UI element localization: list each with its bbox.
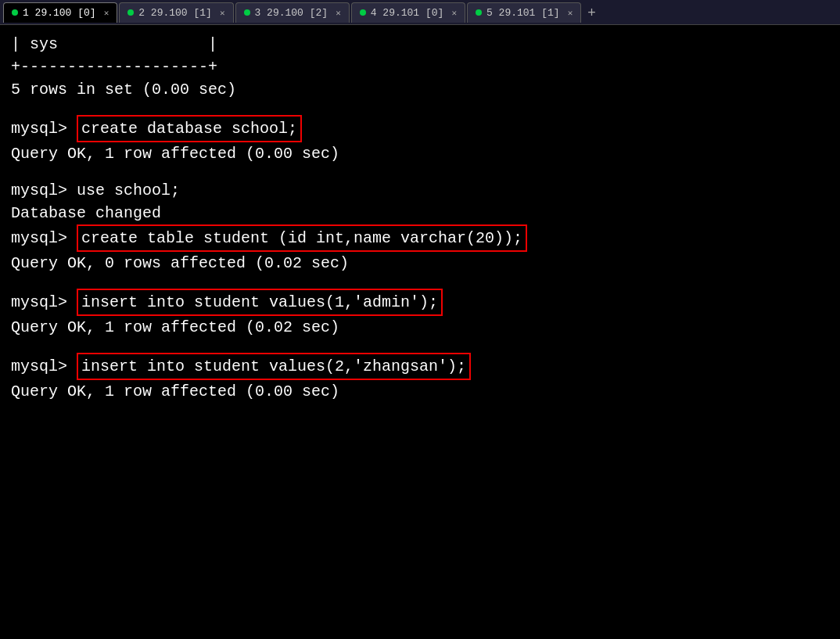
spacer-3 bbox=[11, 275, 829, 289]
output-4: Query OK, 1 row affected (0.02 sec) bbox=[11, 316, 339, 339]
terminal-out3-line: Query OK, 0 rows affected (0.02 sec) bbox=[11, 252, 829, 275]
tab-dot-3 bbox=[244, 9, 250, 16]
output-sys: | sys | bbox=[11, 33, 217, 56]
output-2: Database changed bbox=[11, 202, 161, 224]
tab-label-4: 4 29.101 [0] bbox=[371, 7, 444, 19]
cmd1-box: create database school; bbox=[77, 115, 302, 142]
terminal-cmd2-line: mysql> use school; bbox=[11, 179, 829, 202]
output-1: Query OK, 1 row affected (0.00 sec) bbox=[11, 142, 339, 165]
tab-label-2: 2 29.100 [1] bbox=[138, 7, 212, 19]
tab-1[interactable]: 1 29.100 [0] ✕ bbox=[3, 2, 117, 23]
terminal-out1-line: Query OK, 1 row affected (0.00 sec) bbox=[11, 142, 829, 165]
tab-dot-1 bbox=[12, 9, 18, 16]
tab-close-2[interactable]: ✕ bbox=[220, 8, 225, 18]
tab-label-5: 5 29.101 [1] bbox=[486, 7, 560, 19]
terminal-line-rows: 5 rows in set (0.00 sec) bbox=[11, 78, 829, 101]
output-5: Query OK, 1 row affected (0.00 sec) bbox=[11, 380, 339, 403]
tab-5[interactable]: 5 29.101 [1] ✕ bbox=[467, 2, 581, 23]
terminal-cmd5-line: mysql> insert into student values(2,'zha… bbox=[11, 353, 829, 380]
tab-close-4[interactable]: ✕ bbox=[451, 8, 457, 18]
prompt-1: mysql> bbox=[11, 117, 77, 140]
tab-close-1[interactable]: ✕ bbox=[104, 8, 109, 18]
prompt-5: mysql> bbox=[11, 355, 77, 378]
output-3: Query OK, 0 rows affected (0.02 sec) bbox=[11, 252, 349, 275]
terminal-out2-line: Database changed bbox=[11, 202, 829, 224]
tab-close-3[interactable]: ✕ bbox=[336, 8, 341, 18]
prompt-3: mysql> bbox=[11, 227, 77, 249]
cmd3-box: create table student (id int,name varcha… bbox=[77, 224, 527, 252]
tab-dot-5 bbox=[476, 9, 482, 16]
output-sep: +--------------------+ bbox=[11, 56, 217, 78]
terminal-out4-line: Query OK, 1 row affected (0.02 sec) bbox=[11, 316, 829, 339]
cmd5-box: insert into student values(2,'zhangsan')… bbox=[77, 353, 471, 380]
terminal-out5-line: Query OK, 1 row affected (0.00 sec) bbox=[11, 380, 829, 403]
tab-4[interactable]: 4 29.101 [0] ✕ bbox=[351, 2, 465, 23]
terminal-line-sep: +--------------------+ bbox=[11, 56, 829, 78]
terminal-area: | sys | +--------------------+ 5 rows in… bbox=[0, 25, 840, 411]
new-tab-button[interactable]: + bbox=[583, 2, 601, 23]
terminal-cmd4-line: mysql> insert into student values(1,'adm… bbox=[11, 289, 829, 316]
tab-3[interactable]: 3 29.100 [2] ✕ bbox=[235, 2, 350, 23]
tab-dot-4 bbox=[360, 9, 366, 16]
terminal-cmd3-line: mysql> create table student (id int,name… bbox=[11, 224, 829, 252]
prompt-4: mysql> bbox=[11, 291, 77, 314]
spacer-4 bbox=[11, 339, 829, 353]
prompt-2: mysql> use school; bbox=[11, 179, 180, 202]
cmd4-box: insert into student values(1,'admin'); bbox=[77, 289, 443, 316]
spacer-1 bbox=[11, 101, 829, 115]
tab-label-3: 3 29.100 [2] bbox=[255, 7, 328, 19]
output-rows: 5 rows in set (0.00 sec) bbox=[11, 78, 236, 101]
spacer-2 bbox=[11, 165, 829, 179]
terminal-line-sys: | sys | bbox=[11, 33, 829, 56]
tab-dot-2 bbox=[127, 9, 134, 16]
tab-bar: 1 29.100 [0] ✕ 2 29.100 [1] ✕ 3 29.100 [… bbox=[0, 0, 840, 25]
tab-close-5[interactable]: ✕ bbox=[568, 8, 573, 18]
tab-label-1: 1 29.100 [0] bbox=[23, 7, 96, 19]
terminal-cmd1-line: mysql> create database school; bbox=[11, 115, 829, 142]
tab-2[interactable]: 2 29.100 [1] ✕ bbox=[119, 2, 233, 23]
